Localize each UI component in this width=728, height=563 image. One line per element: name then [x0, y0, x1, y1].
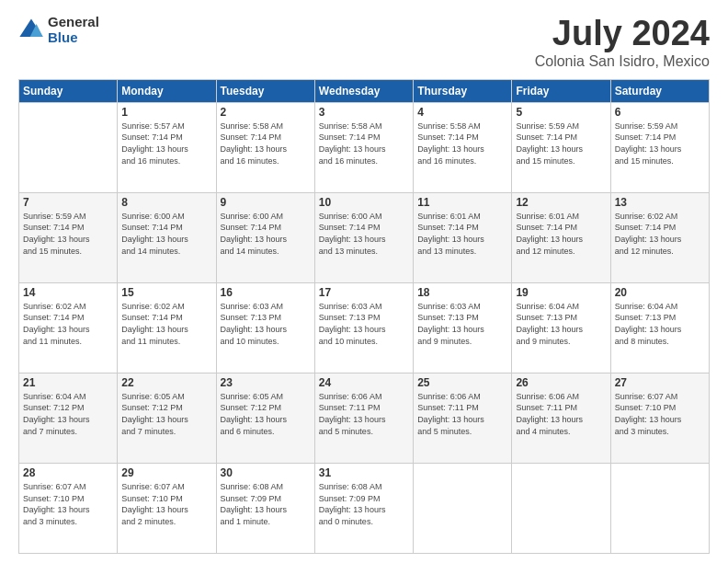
calendar-cell: 3Sunrise: 5:58 AM Sunset: 7:14 PM Daylig… — [314, 102, 413, 192]
logo: General Blue — [18, 15, 99, 45]
calendar-cell: 13Sunrise: 6:02 AM Sunset: 7:14 PM Dayli… — [610, 192, 709, 282]
day-number: 28 — [23, 466, 113, 479]
calendar-cell: 24Sunrise: 6:06 AM Sunset: 7:11 PM Dayli… — [314, 373, 413, 463]
day-number: 21 — [23, 376, 113, 389]
calendar-cell: 18Sunrise: 6:03 AM Sunset: 7:13 PM Dayli… — [414, 282, 512, 373]
day-number: 6 — [615, 106, 705, 119]
calendar-cell: 2Sunrise: 5:58 AM Sunset: 7:14 PM Daylig… — [216, 102, 314, 192]
logo-icon — [18, 17, 44, 43]
calendar-cell: 16Sunrise: 6:03 AM Sunset: 7:13 PM Dayli… — [216, 282, 314, 373]
calendar-cell: 5Sunrise: 5:59 AM Sunset: 7:14 PM Daylig… — [512, 102, 610, 192]
day-number: 15 — [121, 286, 211, 299]
day-number: 12 — [516, 196, 606, 209]
day-info: Sunrise: 6:00 AM Sunset: 7:14 PM Dayligh… — [221, 211, 311, 257]
calendar-cell: 12Sunrise: 6:01 AM Sunset: 7:14 PM Dayli… — [512, 192, 610, 282]
calendar-cell: 4Sunrise: 5:58 AM Sunset: 7:14 PM Daylig… — [414, 102, 512, 192]
day-info: Sunrise: 6:08 AM Sunset: 7:09 PM Dayligh… — [221, 481, 311, 527]
day-number: 7 — [23, 196, 113, 209]
day-info: Sunrise: 6:00 AM Sunset: 7:14 PM Dayligh… — [319, 211, 409, 257]
day-info: Sunrise: 6:04 AM Sunset: 7:12 PM Dayligh… — [23, 391, 113, 437]
calendar-cell: 27Sunrise: 6:07 AM Sunset: 7:10 PM Dayli… — [610, 373, 709, 463]
day-info: Sunrise: 6:02 AM Sunset: 7:14 PM Dayligh… — [615, 211, 705, 257]
col-header-sunday: Sunday — [19, 79, 118, 102]
calendar-cell: 15Sunrise: 6:02 AM Sunset: 7:14 PM Dayli… — [118, 282, 216, 373]
week-row-5: 28Sunrise: 6:07 AM Sunset: 7:10 PM Dayli… — [19, 463, 710, 553]
calendar-cell: 7Sunrise: 5:59 AM Sunset: 7:14 PM Daylig… — [19, 192, 118, 282]
day-number: 10 — [319, 196, 409, 209]
day-number: 25 — [417, 376, 507, 389]
day-info: Sunrise: 6:07 AM Sunset: 7:10 PM Dayligh… — [615, 391, 705, 437]
day-number: 19 — [516, 286, 606, 299]
logo-general: General — [48, 15, 99, 30]
day-number: 27 — [615, 376, 705, 389]
day-info: Sunrise: 5:59 AM Sunset: 7:14 PM Dayligh… — [516, 121, 606, 167]
page: General Blue July 2024 Colonia San Isidr… — [0, 0, 728, 563]
day-number: 24 — [319, 376, 409, 389]
day-number: 22 — [121, 376, 211, 389]
day-number: 11 — [417, 196, 507, 209]
calendar-cell: 23Sunrise: 6:05 AM Sunset: 7:12 PM Dayli… — [216, 373, 314, 463]
calendar-cell: 31Sunrise: 6:08 AM Sunset: 7:09 PM Dayli… — [314, 463, 413, 553]
day-number: 8 — [121, 196, 211, 209]
day-number: 9 — [221, 196, 311, 209]
calendar-cell: 8Sunrise: 6:00 AM Sunset: 7:14 PM Daylig… — [118, 192, 216, 282]
calendar-cell: 11Sunrise: 6:01 AM Sunset: 7:14 PM Dayli… — [414, 192, 512, 282]
day-number: 26 — [516, 376, 606, 389]
day-info: Sunrise: 5:59 AM Sunset: 7:14 PM Dayligh… — [23, 211, 113, 257]
day-number: 1 — [121, 106, 211, 119]
calendar-cell: 29Sunrise: 6:07 AM Sunset: 7:10 PM Dayli… — [118, 463, 216, 553]
col-header-saturday: Saturday — [610, 79, 709, 102]
calendar-cell: 26Sunrise: 6:06 AM Sunset: 7:11 PM Dayli… — [512, 373, 610, 463]
day-number: 14 — [23, 286, 113, 299]
day-info: Sunrise: 5:58 AM Sunset: 7:14 PM Dayligh… — [221, 121, 311, 167]
main-title: July 2024 — [535, 15, 710, 53]
calendar-cell: 30Sunrise: 6:08 AM Sunset: 7:09 PM Dayli… — [216, 463, 314, 553]
day-number: 29 — [121, 466, 211, 479]
col-header-friday: Friday — [512, 79, 610, 102]
calendar-cell — [19, 102, 118, 192]
col-header-thursday: Thursday — [414, 79, 512, 102]
day-info: Sunrise: 5:58 AM Sunset: 7:14 PM Dayligh… — [417, 121, 507, 167]
calendar-cell — [512, 463, 610, 553]
day-info: Sunrise: 6:01 AM Sunset: 7:14 PM Dayligh… — [516, 211, 606, 257]
logo-blue: Blue — [48, 30, 99, 46]
calendar-cell: 25Sunrise: 6:06 AM Sunset: 7:11 PM Dayli… — [414, 373, 512, 463]
day-info: Sunrise: 6:01 AM Sunset: 7:14 PM Dayligh… — [417, 211, 507, 257]
day-info: Sunrise: 6:06 AM Sunset: 7:11 PM Dayligh… — [417, 391, 507, 437]
day-info: Sunrise: 6:02 AM Sunset: 7:14 PM Dayligh… — [23, 301, 113, 347]
day-number: 23 — [221, 376, 311, 389]
calendar-cell: 9Sunrise: 6:00 AM Sunset: 7:14 PM Daylig… — [216, 192, 314, 282]
day-info: Sunrise: 6:04 AM Sunset: 7:13 PM Dayligh… — [516, 301, 606, 347]
calendar-cell: 1Sunrise: 5:57 AM Sunset: 7:14 PM Daylig… — [118, 102, 216, 192]
day-number: 13 — [615, 196, 705, 209]
week-row-3: 14Sunrise: 6:02 AM Sunset: 7:14 PM Dayli… — [19, 282, 710, 373]
day-info: Sunrise: 6:03 AM Sunset: 7:13 PM Dayligh… — [417, 301, 507, 347]
day-info: Sunrise: 6:05 AM Sunset: 7:12 PM Dayligh… — [121, 391, 211, 437]
day-info: Sunrise: 5:59 AM Sunset: 7:14 PM Dayligh… — [615, 121, 705, 167]
day-number: 5 — [516, 106, 606, 119]
day-info: Sunrise: 6:07 AM Sunset: 7:10 PM Dayligh… — [23, 481, 113, 527]
calendar-cell: 17Sunrise: 6:03 AM Sunset: 7:13 PM Dayli… — [314, 282, 413, 373]
day-info: Sunrise: 6:03 AM Sunset: 7:13 PM Dayligh… — [221, 301, 311, 347]
day-number: 2 — [221, 106, 311, 119]
day-number: 3 — [319, 106, 409, 119]
col-header-tuesday: Tuesday — [216, 79, 314, 102]
calendar-cell: 21Sunrise: 6:04 AM Sunset: 7:12 PM Dayli… — [19, 373, 118, 463]
day-info: Sunrise: 5:57 AM Sunset: 7:14 PM Dayligh… — [121, 121, 211, 167]
day-info: Sunrise: 6:04 AM Sunset: 7:13 PM Dayligh… — [615, 301, 705, 347]
logo-text: General Blue — [48, 15, 99, 45]
col-header-monday: Monday — [118, 79, 216, 102]
day-info: Sunrise: 5:58 AM Sunset: 7:14 PM Dayligh… — [319, 121, 409, 167]
day-number: 30 — [221, 466, 311, 479]
calendar-cell — [414, 463, 512, 553]
calendar-cell: 28Sunrise: 6:07 AM Sunset: 7:10 PM Dayli… — [19, 463, 118, 553]
day-info: Sunrise: 6:03 AM Sunset: 7:13 PM Dayligh… — [319, 301, 409, 347]
day-info: Sunrise: 6:05 AM Sunset: 7:12 PM Dayligh… — [221, 391, 311, 437]
week-row-1: 1Sunrise: 5:57 AM Sunset: 7:14 PM Daylig… — [19, 102, 710, 192]
calendar-cell: 6Sunrise: 5:59 AM Sunset: 7:14 PM Daylig… — [610, 102, 709, 192]
header: General Blue July 2024 Colonia San Isidr… — [18, 15, 710, 70]
calendar-cell: 14Sunrise: 6:02 AM Sunset: 7:14 PM Dayli… — [19, 282, 118, 373]
day-number: 17 — [319, 286, 409, 299]
subtitle: Colonia San Isidro, Mexico — [535, 53, 710, 70]
week-row-2: 7Sunrise: 5:59 AM Sunset: 7:14 PM Daylig… — [19, 192, 710, 282]
